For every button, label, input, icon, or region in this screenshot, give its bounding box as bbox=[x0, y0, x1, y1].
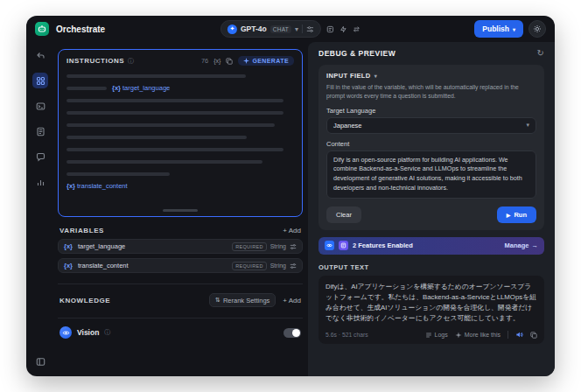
content-label: Content bbox=[326, 140, 536, 148]
app-window: Orchestrate ✦ GPT-4o CHAT ▾ bbox=[26, 16, 555, 376]
vision-toggle[interactable] bbox=[284, 328, 301, 338]
variables-header: VARIABLES + Add bbox=[58, 227, 303, 234]
prompt-log-icon[interactable] bbox=[326, 25, 334, 33]
sidebar-item-logs[interactable] bbox=[32, 123, 48, 139]
prompt-line bbox=[66, 136, 247, 139]
chevron-down-icon: ▾ bbox=[526, 122, 529, 129]
variable-config-icon[interactable] bbox=[290, 262, 297, 270]
variables-title: VARIABLES bbox=[60, 227, 104, 234]
generate-button[interactable]: GENERATE bbox=[238, 56, 294, 66]
variable-config-icon[interactable] bbox=[290, 243, 297, 250]
variable-row-translate-content[interactable]: {x} translate_content REQUIRED String bbox=[58, 258, 303, 273]
debug-header: DEBUG & PREVIEW ↻ bbox=[318, 49, 544, 58]
rerank-label: Rerank Settings bbox=[223, 297, 270, 304]
chevron-down-icon: ▾ bbox=[374, 73, 377, 79]
divider bbox=[302, 24, 303, 33]
prompt-line bbox=[66, 99, 284, 102]
publish-button[interactable]: Publish ▾ bbox=[474, 20, 523, 38]
copy-icon[interactable] bbox=[530, 332, 537, 339]
page-title: Orchestrate bbox=[56, 24, 105, 34]
speaker-icon[interactable] bbox=[515, 331, 523, 339]
model-params-icon[interactable] bbox=[306, 25, 314, 33]
header-actions: Publish ▾ bbox=[474, 20, 546, 38]
debug-actions: Clear ▶ Run bbox=[326, 206, 536, 223]
desktop-background: Orchestrate ✦ GPT-4o CHAT ▾ bbox=[0, 0, 581, 392]
variable-token-translate-content: {x}translate_content bbox=[66, 184, 128, 188]
app-header: Orchestrate ✦ GPT-4o CHAT ▾ bbox=[26, 16, 555, 42]
chevron-down-icon: ▾ bbox=[513, 26, 515, 32]
model-selector[interactable]: ✦ GPT-4o CHAT ▾ bbox=[220, 20, 321, 38]
model-toolbar: ✦ GPT-4o CHAT ▾ bbox=[220, 20, 360, 38]
clear-button[interactable]: Clear bbox=[326, 206, 361, 223]
instructions-editor[interactable]: INSTRUCTIONS ⓘ 76 {x} GENERATE bbox=[58, 49, 303, 217]
prompt-line bbox=[66, 74, 246, 78]
target-language-label: Target Language bbox=[326, 107, 536, 115]
manage-features-link[interactable]: Manage → bbox=[505, 242, 538, 249]
sidebar-item-annotations[interactable] bbox=[32, 149, 48, 164]
citation-feature-icon bbox=[339, 241, 348, 250]
info-icon: ⓘ bbox=[104, 328, 110, 337]
shortcuts-icon[interactable] bbox=[340, 25, 347, 33]
run-label: Run bbox=[514, 211, 527, 219]
features-count-label: 2 Features Enabled bbox=[353, 242, 413, 249]
collapse-panel-icon[interactable] bbox=[32, 354, 48, 369]
output-stats: 5.6s · 521 chars bbox=[326, 332, 368, 338]
variable-token-target-language: {x}target_language bbox=[112, 86, 170, 90]
back-icon[interactable] bbox=[32, 47, 48, 63]
play-icon: ▶ bbox=[507, 212, 511, 218]
instructions-header: INSTRUCTIONS ⓘ 76 {x} GENERATE bbox=[66, 56, 294, 66]
sparkle-icon bbox=[243, 58, 249, 64]
swap-icon[interactable] bbox=[353, 25, 360, 33]
app-logo-icon[interactable] bbox=[35, 22, 49, 36]
manage-label: Manage bbox=[505, 242, 529, 249]
rerank-settings-button[interactable]: ⇅ Rerank Settings bbox=[209, 293, 276, 307]
required-badge: REQUIRED bbox=[232, 262, 266, 270]
vision-label: Vision bbox=[77, 328, 99, 337]
features-bar[interactable]: 2 Features Enabled Manage → bbox=[318, 237, 544, 255]
input-field-toggle[interactable]: INPUT FIELD ▾ bbox=[326, 72, 536, 80]
chevron-down-icon: ▾ bbox=[295, 25, 298, 33]
output-card: Difyは、AIアプリケーションを構築するためのオープンソースプラットフォームで… bbox=[318, 276, 544, 344]
debug-title: DEBUG & PREVIEW bbox=[318, 49, 396, 58]
insert-variable-icon[interactable]: {x} bbox=[214, 58, 220, 64]
copy-icon[interactable] bbox=[226, 58, 233, 65]
orchestrate-panel: INSTRUCTIONS ⓘ 76 {x} GENERATE bbox=[54, 42, 308, 376]
run-button[interactable]: ▶ Run bbox=[497, 206, 536, 223]
input-field-description: Fill in the value of the variable, which… bbox=[326, 83, 536, 101]
publish-label: Publish bbox=[482, 24, 509, 33]
settings-button[interactable] bbox=[528, 20, 546, 38]
sidebar-item-monitoring[interactable] bbox=[32, 174, 48, 190]
prompt-line bbox=[66, 123, 275, 127]
sidebar-item-preview[interactable] bbox=[32, 98, 48, 114]
refresh-icon[interactable]: ↻ bbox=[537, 49, 544, 58]
vision-icon bbox=[60, 326, 72, 339]
arrow-right-icon: → bbox=[532, 242, 539, 249]
target-language-value: Japanese bbox=[333, 122, 362, 130]
output-actions: Logs More like this bbox=[425, 331, 537, 339]
variable-row-target-language[interactable]: {x} target_language REQUIRED String bbox=[58, 239, 303, 254]
generate-label: GENERATE bbox=[252, 58, 289, 64]
input-field-title: INPUT FIELD bbox=[326, 72, 371, 80]
more-like-this-button[interactable]: More like this bbox=[455, 332, 500, 339]
variable-icon: {x} bbox=[64, 263, 74, 268]
sidebar bbox=[26, 42, 54, 376]
variable-icon: {x} bbox=[64, 244, 74, 248]
prompt-line bbox=[66, 111, 284, 115]
logs-button[interactable]: Logs bbox=[425, 332, 448, 339]
sidebar-item-orchestrate[interactable] bbox=[32, 73, 48, 88]
variable-meta: REQUIRED String bbox=[232, 242, 297, 251]
vision-section: Vision ⓘ bbox=[58, 318, 303, 339]
content-textarea[interactable]: Dify is an open-source platform for buil… bbox=[326, 150, 536, 199]
model-name: GPT-4o bbox=[241, 24, 267, 33]
output-footer: 5.6s · 521 chars Logs More like this bbox=[326, 331, 537, 339]
list-icon bbox=[425, 332, 432, 339]
knowledge-section: KNOWLEDGE ⇅ Rerank Settings + Add bbox=[58, 284, 303, 307]
output-title: OUTPUT TEXT bbox=[318, 263, 544, 271]
info-icon: ⓘ bbox=[128, 57, 134, 66]
add-knowledge-button[interactable]: + Add bbox=[283, 297, 301, 304]
add-variable-button[interactable]: + Add bbox=[283, 227, 301, 234]
debug-preview-panel: DEBUG & PREVIEW ↻ INPUT FIELD ▾ Fill in … bbox=[308, 42, 555, 376]
variable-name: translate_content bbox=[78, 262, 129, 270]
target-language-select[interactable]: Japanese ▾ bbox=[326, 117, 536, 134]
horizontal-scrollbar[interactable] bbox=[163, 209, 198, 212]
